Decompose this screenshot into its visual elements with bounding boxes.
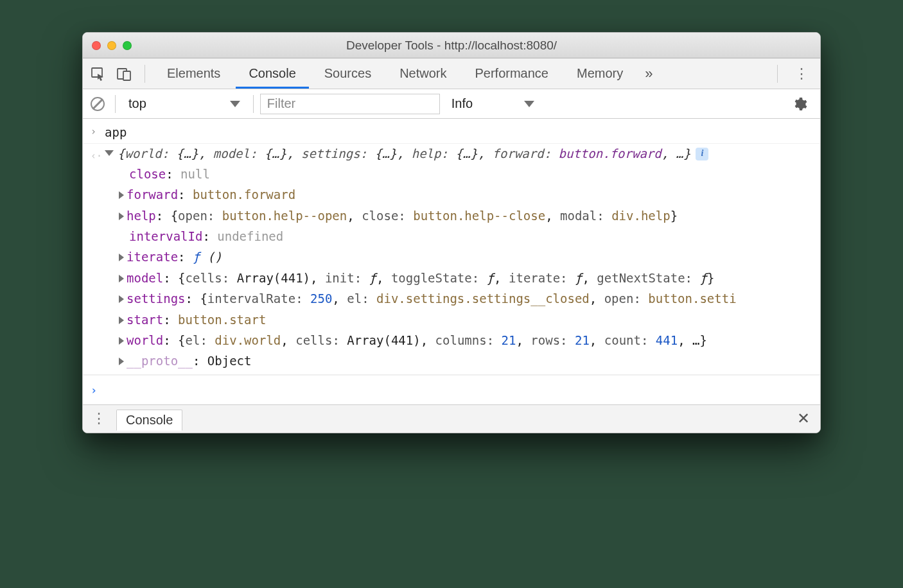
prop-proto[interactable]: __proto__: Object	[119, 350, 820, 371]
disclosure-triangle-icon[interactable]	[119, 254, 124, 261]
console-input[interactable]	[105, 379, 811, 382]
tab-performance[interactable]: Performance	[462, 58, 562, 89]
disclosure-triangle-icon[interactable]	[119, 337, 124, 345]
prop-help[interactable]: help: {open: button.help--open, close: b…	[119, 205, 820, 226]
tab-console[interactable]: Console	[236, 58, 308, 89]
disclosure-triangle-icon[interactable]	[119, 275, 124, 282]
prop-intervalid[interactable]: intervalId: undefined	[119, 226, 820, 246]
filter-placeholder: Filter	[267, 96, 295, 111]
prop-iterate[interactable]: iterate: ƒ ()	[119, 246, 820, 267]
devtools-window: Developer Tools - http://localhost:8080/…	[82, 32, 821, 433]
info-badge-icon[interactable]: i	[696, 148, 708, 160]
prop-model[interactable]: model: {cells: Array(441), init: ƒ, togg…	[119, 268, 820, 288]
console-prompt-row[interactable]: ›	[83, 375, 820, 401]
disclosure-triangle-open-icon[interactable]	[105, 150, 114, 156]
inspect-element-icon[interactable]	[87, 62, 110, 85]
separator	[253, 95, 254, 113]
console-filterbar: top Filter Info	[83, 89, 820, 119]
panel-tabbar: Elements Console Sources Network Perform…	[83, 58, 820, 89]
svg-rect-2	[123, 71, 130, 80]
minimize-window-button[interactable]	[107, 41, 116, 50]
disclosure-triangle-icon[interactable]	[119, 316, 124, 324]
output-chevron-icon: ‹·	[91, 148, 102, 164]
input-command: app	[105, 121, 811, 143]
separator	[777, 65, 778, 83]
prop-settings[interactable]: settings: {intervalRate: 250, el: div.se…	[119, 288, 820, 309]
input-chevron-icon: ›	[91, 121, 105, 139]
disclosure-triangle-icon[interactable]	[119, 191, 124, 199]
disclosure-triangle-icon[interactable]	[119, 295, 124, 303]
zoom-window-button[interactable]	[123, 41, 132, 50]
close-window-button[interactable]	[92, 41, 101, 50]
filter-input[interactable]: Filter	[260, 94, 440, 114]
device-toolbar-icon[interactable]	[112, 62, 136, 85]
chevron-down-icon	[230, 101, 240, 107]
window-title: Developer Tools - http://localhost:8080/	[83, 39, 820, 53]
prop-world[interactable]: world: {el: div.world, cells: Array(441)…	[119, 330, 820, 350]
clear-console-icon[interactable]	[91, 97, 105, 111]
context-selector[interactable]: top	[122, 96, 247, 111]
object-properties: close: null forward: button.forward help…	[83, 164, 820, 374]
object-summary-row[interactable]: ‹· {world: {…}, model: {…}, settings: {……	[83, 144, 820, 163]
disclosure-triangle-icon[interactable]	[119, 358, 124, 365]
chevron-down-icon	[524, 101, 534, 107]
tab-sources[interactable]: Sources	[311, 58, 384, 89]
traffic-lights	[92, 41, 132, 50]
console-settings-icon[interactable]	[785, 96, 814, 112]
titlebar: Developer Tools - http://localhost:8080/	[83, 33, 820, 58]
console-result-row: ‹· {world: {…}, model: {…}, settings: {……	[83, 144, 820, 374]
drawer-tab-console[interactable]: Console	[116, 410, 182, 431]
object-summary: {world: {…}, model: {…}, settings: {…}, …	[118, 144, 690, 163]
console-output: › app ‹· {world: {…}, model: {…}, settin…	[83, 119, 820, 404]
tab-elements[interactable]: Elements	[154, 58, 233, 89]
separator	[145, 65, 145, 83]
drawer: ⋮ Console ✕	[83, 404, 820, 433]
prompt-chevron-icon: ›	[91, 379, 105, 399]
tabs-overflow-button[interactable]: »	[638, 65, 659, 82]
tab-network[interactable]: Network	[387, 58, 459, 89]
disclosure-triangle-icon[interactable]	[119, 212, 124, 220]
prop-forward[interactable]: forward: button.forward	[119, 184, 820, 205]
level-label: Info	[452, 96, 473, 111]
tab-memory[interactable]: Memory	[564, 58, 636, 89]
prop-close[interactable]: close: null	[119, 164, 820, 184]
log-level-selector[interactable]: Info	[446, 96, 534, 111]
console-input-echo-row: › app	[83, 121, 820, 144]
settings-menu-button[interactable]: ⋮	[787, 65, 816, 82]
drawer-menu-button[interactable]: ⋮	[89, 410, 109, 427]
separator	[115, 95, 116, 113]
context-label: top	[128, 96, 146, 111]
prop-start[interactable]: start: button.start	[119, 309, 820, 330]
close-drawer-icon[interactable]: ✕	[793, 410, 814, 428]
